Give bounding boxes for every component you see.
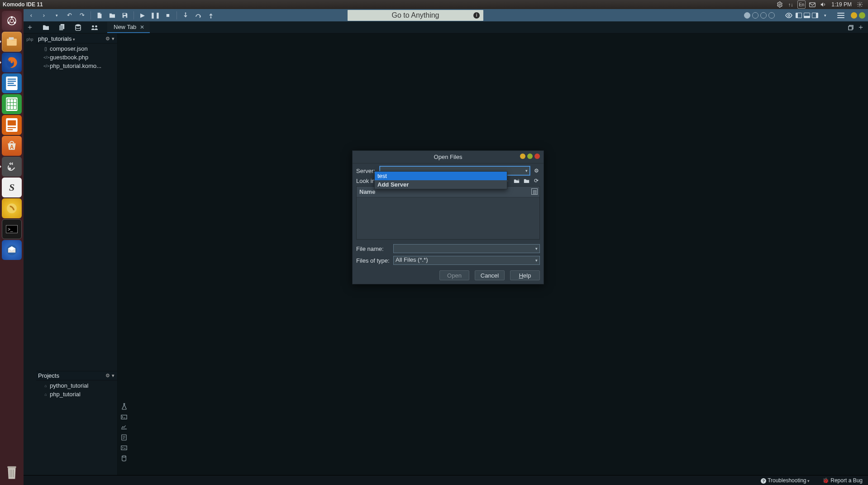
tab-close-icon[interactable]: ✕ xyxy=(140,24,144,30)
file-item[interactable]: {}composer.json xyxy=(43,44,117,53)
launcher-slack[interactable]: S xyxy=(2,178,22,197)
network-icon[interactable]: ↑↓ xyxy=(787,0,795,9)
step-over-button[interactable] xyxy=(193,10,203,20)
file-item[interactable]: </>guestbook.php xyxy=(43,53,117,62)
nav-back-button[interactable]: ‹ xyxy=(26,10,36,20)
menu-button[interactable] xyxy=(837,13,844,18)
unity-launcher: A S >_ xyxy=(0,9,24,485)
open-folder-button[interactable] xyxy=(107,10,117,20)
window-maximize-button[interactable] xyxy=(859,12,865,19)
cancel-button[interactable]: Cancel xyxy=(475,270,505,280)
dialog-minimize-button[interactable] xyxy=(520,154,525,159)
gear-icon[interactable]: ⚙ xyxy=(105,373,110,379)
keyboard-lang-indicator[interactable]: En xyxy=(797,0,806,9)
macro-button-3[interactable] xyxy=(760,12,767,19)
troubleshooting-link[interactable]: ?Troubleshooting xyxy=(761,477,810,484)
launcher-thunderbird[interactable] xyxy=(2,240,22,260)
dialog-close-button[interactable] xyxy=(534,154,540,159)
projects-header[interactable]: Projects ⚙ ▾ xyxy=(36,371,117,380)
columns-config-button[interactable]: ▥ xyxy=(531,188,538,195)
launcher-terminal[interactable]: >_ xyxy=(2,219,22,239)
redo-button[interactable]: ↷ xyxy=(77,10,87,20)
launcher-app[interactable] xyxy=(2,198,22,218)
chart-icon[interactable] xyxy=(121,424,127,430)
report-bug-link[interactable]: 🐞Report a Bug xyxy=(822,477,863,484)
play-button[interactable]: ▶ xyxy=(138,10,148,20)
terminal-panel-icon[interactable] xyxy=(121,414,127,420)
project-item[interactable]: ⌂php_tutorial xyxy=(43,390,117,399)
json-file-icon: {} xyxy=(43,47,48,51)
notes-icon[interactable] xyxy=(121,434,127,441)
launcher-calc[interactable] xyxy=(2,94,22,114)
flask-icon[interactable] xyxy=(121,403,127,410)
nav-forward-button[interactable]: › xyxy=(39,10,49,20)
svg-point-7 xyxy=(8,22,10,24)
dropdown-option-test[interactable]: test xyxy=(375,172,507,180)
undo-button[interactable]: ↶ xyxy=(64,10,74,20)
dialog-maximize-button[interactable] xyxy=(527,154,533,159)
file-item[interactable]: </>php_tutorial.komo... xyxy=(43,62,117,70)
places-files-icon[interactable] xyxy=(43,24,49,30)
help-button[interactable]: Help xyxy=(510,270,540,280)
places-collab-icon[interactable] xyxy=(91,24,98,31)
file-list-area[interactable]: Name ▥ xyxy=(356,186,540,240)
console-icon[interactable] xyxy=(121,445,127,451)
places-db-icon[interactable] xyxy=(75,24,81,31)
settings-gear-icon[interactable] xyxy=(776,0,784,9)
pause-button[interactable]: ❚❚ xyxy=(150,10,160,20)
record-macro-button[interactable] xyxy=(744,12,750,19)
chevron-down-icon[interactable]: ▾ xyxy=(112,373,114,379)
tab-new-tab[interactable]: New Tab ✕ xyxy=(107,22,150,33)
nav-dropdown[interactable]: ▾ xyxy=(52,10,62,20)
launcher-komodo[interactable] xyxy=(2,157,22,177)
dropdown-option-add-server[interactable]: Add Server xyxy=(375,180,507,189)
tabbar-add-icon[interactable]: ＋ xyxy=(857,23,864,32)
svg-rect-40 xyxy=(59,25,63,30)
chevron-down-icon[interactable]: ▾ xyxy=(112,36,114,42)
macro-button-2[interactable] xyxy=(752,12,758,19)
dialog-titlebar[interactable]: Open Files xyxy=(353,151,544,163)
new-file-button[interactable] xyxy=(95,10,105,20)
refresh-icon[interactable]: ⟳ xyxy=(533,177,540,184)
mail-icon[interactable] xyxy=(808,0,816,9)
goto-anything-input[interactable]: Go to Anything i xyxy=(348,10,483,21)
save-button[interactable] xyxy=(120,10,130,20)
window-minimize-button[interactable] xyxy=(851,12,857,19)
panel-right-toggle[interactable] xyxy=(812,13,818,18)
panel-dropdown[interactable]: ▾ xyxy=(820,10,830,20)
svg-point-41 xyxy=(76,24,81,27)
clock[interactable]: 1:19 PM xyxy=(831,1,852,8)
launcher-dash[interactable] xyxy=(2,11,22,31)
panel-left-toggle[interactable] xyxy=(796,13,802,18)
eye-icon[interactable] xyxy=(784,10,794,20)
filename-label: File name: xyxy=(356,245,390,252)
server-settings-button[interactable]: ⚙ xyxy=(533,167,540,174)
database-panel-icon[interactable] xyxy=(121,455,127,461)
step-into-button[interactable] xyxy=(181,10,191,20)
launcher-impress[interactable] xyxy=(2,115,22,135)
launcher-software[interactable]: A xyxy=(2,136,22,156)
places-copy-icon[interactable] xyxy=(59,24,65,31)
filetype-dropdown[interactable]: All Files (*.*) ▾ xyxy=(393,256,540,265)
macro-button-4[interactable] xyxy=(768,12,775,19)
launcher-files[interactable] xyxy=(2,32,22,52)
launcher-trash[interactable] xyxy=(2,462,22,482)
new-folder-icon[interactable] xyxy=(523,177,530,184)
sidebar-add-button[interactable]: ＋ xyxy=(24,22,36,33)
panel-bottom-toggle[interactable] xyxy=(804,13,810,18)
places-project-header[interactable]: php_tutorials ⚙ ▾ xyxy=(36,34,117,43)
info-icon[interactable]: i xyxy=(473,12,480,19)
filename-input[interactable]: ▾ xyxy=(393,244,540,253)
svg-point-48 xyxy=(122,456,126,457)
open-button[interactable]: Open xyxy=(439,270,469,280)
tabbar-restore-icon[interactable] xyxy=(848,25,854,30)
volume-icon[interactable] xyxy=(819,0,827,9)
stop-button[interactable]: ■ xyxy=(163,10,173,20)
launcher-writer[interactable] xyxy=(2,73,22,93)
power-icon[interactable] xyxy=(856,0,864,9)
launcher-firefox[interactable] xyxy=(2,53,22,72)
step-out-button[interactable] xyxy=(206,10,216,20)
project-item[interactable]: ⌂python_tutorial xyxy=(43,381,117,390)
gear-icon[interactable]: ⚙ xyxy=(105,36,110,42)
nav-up-icon[interactable] xyxy=(513,177,520,184)
